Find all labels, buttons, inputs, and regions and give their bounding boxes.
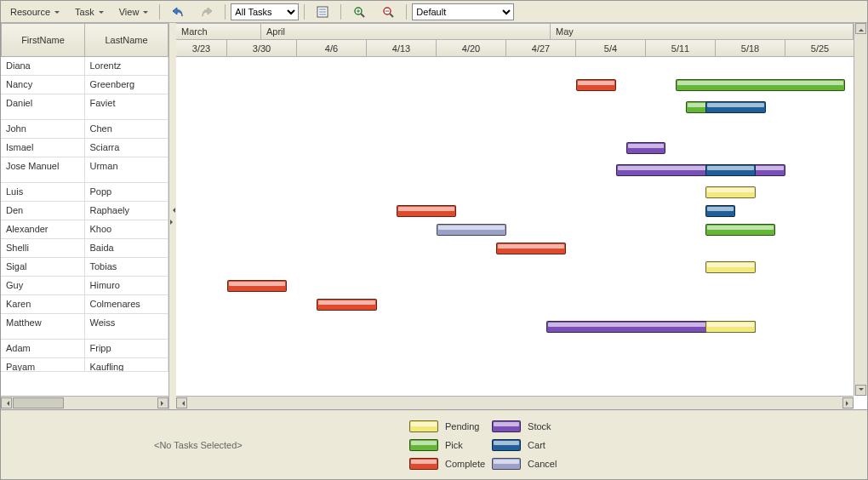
table-row[interactable]: Jose ManuelUrman <box>1 157 168 183</box>
scroll-left-icon[interactable] <box>176 397 187 409</box>
week-header: 4/20 <box>437 40 506 57</box>
week-header: 3/23 <box>176 40 227 57</box>
table-row[interactable]: GuyHimuro <box>1 277 168 295</box>
cell-firstname: Sigal <box>1 258 85 276</box>
scroll-left-icon[interactable] <box>1 397 12 409</box>
gantt-bar[interactable] <box>705 224 775 236</box>
cell-firstname: Daniel <box>1 94 85 119</box>
cell-firstname: Shelli <box>1 239 85 257</box>
table-row[interactable]: JohnChen <box>1 120 168 139</box>
cell-lastname: Chen <box>85 120 169 138</box>
cell-lastname: Raphaely <box>85 202 169 220</box>
table-row[interactable]: MatthewWeiss <box>1 314 168 340</box>
zoom-in-icon <box>352 5 366 19</box>
table-row[interactable]: DanielFaviet <box>1 94 168 120</box>
table-row[interactable]: DianaLorentz <box>1 57 168 76</box>
gantt-bar[interactable] <box>705 164 756 176</box>
chart-vscrollbar[interactable] <box>854 23 867 396</box>
table-row[interactable]: AlexanderKhoo <box>1 220 168 239</box>
legend: PendingStockPickCartCompleteCancel <box>409 417 557 473</box>
table-row[interactable]: LuisPopp <box>1 183 168 202</box>
legend-label: Pending <box>445 421 485 431</box>
view-menu[interactable]: View <box>113 4 155 20</box>
scroll-up-icon[interactable] <box>855 23 866 34</box>
table-row[interactable]: KarenColmenares <box>1 295 168 314</box>
grid-body: DianaLorentzNancyGreenbergDanielFavietJo… <box>1 57 168 396</box>
gantt-bar[interactable] <box>705 321 756 333</box>
cell-firstname: Karen <box>1 295 85 313</box>
scroll-thumb[interactable] <box>13 397 64 409</box>
week-header: 5/25 <box>785 40 855 57</box>
grid-hscrollbar[interactable] <box>1 396 168 409</box>
gantt-bar[interactable] <box>626 142 666 154</box>
gantt-bar[interactable] <box>705 101 765 113</box>
chart-hscrollbar[interactable] <box>176 396 854 409</box>
gantt-bar[interactable] <box>576 79 616 91</box>
table-row[interactable]: IsmaelSciarra <box>1 139 168 157</box>
toolbar-separator <box>304 4 305 20</box>
table-row[interactable]: SigalTobias <box>1 258 168 277</box>
zoom-out-icon <box>381 5 395 19</box>
zoom-out-button[interactable] <box>375 3 401 21</box>
table-row[interactable]: AdamFripp <box>1 340 168 358</box>
status-text: <No Tasks Selected> <box>1 440 409 450</box>
gantt-bar[interactable] <box>705 186 756 198</box>
gantt-bar[interactable] <box>705 205 735 217</box>
zoom-in-button[interactable] <box>346 3 372 21</box>
legend-swatch <box>409 458 438 470</box>
column-header-lastname[interactable]: LastName <box>85 23 168 57</box>
table-row[interactable]: DenRaphaely <box>1 202 168 220</box>
resource-grid: FirstName LastName DianaLorentzNancyGree… <box>1 23 169 409</box>
column-header-firstname[interactable]: FirstName <box>1 23 85 57</box>
gantt-bar[interactable] <box>397 205 456 217</box>
collapse-left-icon[interactable] <box>170 208 175 213</box>
cell-lastname: Faviet <box>85 94 169 119</box>
cell-firstname: Nancy <box>1 76 85 94</box>
default-select[interactable]: Default <box>412 3 514 20</box>
collapse-right-icon[interactable] <box>170 220 175 225</box>
cell-lastname: Baida <box>85 239 169 257</box>
main-area: FirstName LastName DianaLorentzNancyGree… <box>1 23 867 409</box>
week-header: 4/27 <box>506 40 576 57</box>
legend-label: Complete <box>445 459 485 469</box>
undo-button[interactable] <box>165 3 191 21</box>
table-row[interactable]: NancyGreenberg <box>1 76 168 94</box>
legend-swatch <box>409 439 438 451</box>
gantt-bar[interactable] <box>616 164 785 176</box>
cell-lastname: Himuro <box>85 277 169 294</box>
gantt-bar[interactable] <box>496 243 566 254</box>
task-filter-select[interactable]: All Tasks <box>231 3 299 20</box>
month-header: March <box>176 23 261 40</box>
gantt-chart[interactable] <box>176 57 867 396</box>
gantt-bar[interactable] <box>317 299 376 311</box>
list-button[interactable] <box>310 3 335 21</box>
cell-firstname: Matthew <box>1 314 85 339</box>
scroll-down-icon[interactable] <box>855 385 866 396</box>
gantt-bar[interactable] <box>676 79 845 91</box>
splitter[interactable] <box>169 23 176 409</box>
table-row[interactable]: PayamKaufling <box>1 358 168 372</box>
legend-swatch <box>492 420 521 432</box>
timeline-header: MarchAprilMay 3/233/304/64/134/204/275/4… <box>176 23 867 57</box>
cell-firstname: Diana <box>1 57 85 75</box>
week-header: 5/18 <box>716 40 785 57</box>
gantt-bar[interactable] <box>705 261 756 273</box>
toolbar-separator <box>225 4 226 20</box>
gantt-bar[interactable] <box>227 280 287 292</box>
undo-icon <box>171 5 185 19</box>
task-menu[interactable]: Task <box>69 4 110 20</box>
cell-firstname: Payam <box>1 358 85 371</box>
redo-icon <box>200 5 214 19</box>
gantt-bar[interactable] <box>437 224 506 236</box>
week-header: 3/30 <box>227 40 297 57</box>
table-row[interactable]: ShelliBaida <box>1 239 168 258</box>
cell-firstname: John <box>1 120 85 138</box>
month-header: May <box>551 23 854 40</box>
redo-button[interactable] <box>194 3 220 21</box>
cell-lastname: Tobias <box>85 258 169 276</box>
toolbar: Resource Task View All Tasks Default <box>1 1 867 23</box>
legend-swatch <box>492 458 521 470</box>
scroll-right-icon[interactable] <box>157 397 168 409</box>
scroll-right-icon[interactable] <box>842 397 854 409</box>
resource-menu[interactable]: Resource <box>4 4 66 20</box>
